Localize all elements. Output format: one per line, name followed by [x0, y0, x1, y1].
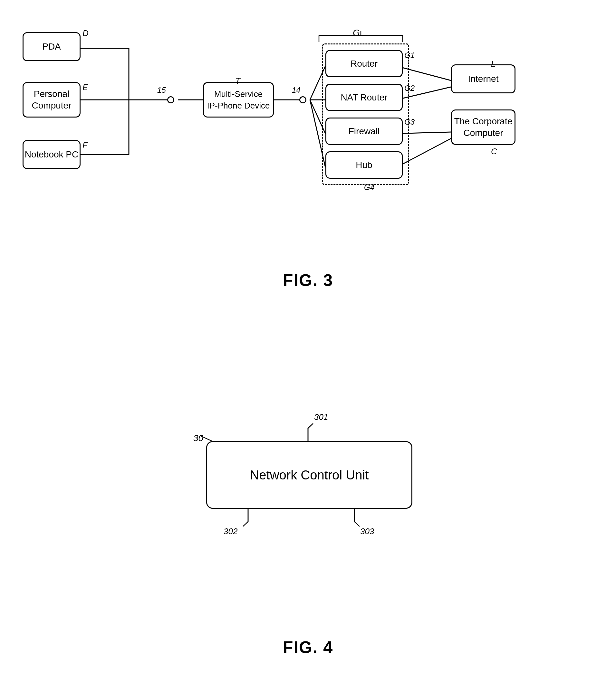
- fig3-svg: [10, 13, 606, 271]
- label-G1: G1: [404, 51, 415, 60]
- fig3-diagram: PDA D Personal Computer E Notebook PC F …: [10, 13, 606, 271]
- label-E: E: [83, 83, 88, 92]
- hub-label: Hub: [356, 160, 372, 170]
- svg-line-22: [308, 423, 313, 428]
- personal-computer-label: Personal Computer: [32, 88, 72, 112]
- firewall-label: Firewall: [348, 126, 380, 137]
- notebook-pc-box: Notebook PC: [23, 140, 81, 169]
- personal-computer-box: Personal Computer: [23, 82, 81, 117]
- pda-box: PDA: [23, 32, 81, 61]
- corporate-box: The Corporate Computer: [451, 110, 516, 145]
- corporate-label: The Corporate Computer: [454, 116, 513, 139]
- label-301: 301: [314, 412, 328, 422]
- multi-service-label: Multi-Service IP-Phone Device: [207, 88, 270, 112]
- ncu-box: Network Control Unit: [206, 441, 412, 509]
- fig4-diagram: 30 301 Network Control Unit 302 303: [0, 386, 616, 612]
- ref-14: 14: [292, 86, 300, 95]
- junction-15: [167, 96, 174, 103]
- fig3-caption: FIG. 3: [0, 271, 616, 290]
- router-label: Router: [350, 59, 378, 69]
- label-L: L: [491, 59, 495, 69]
- nat-router-label: NAT Router: [341, 92, 387, 103]
- label-G4: G4: [364, 183, 374, 192]
- label-C: C: [491, 147, 497, 157]
- label-303: 303: [360, 526, 374, 536]
- nat-router-box: NAT Router: [325, 84, 403, 111]
- svg-line-23: [243, 522, 248, 526]
- svg-line-24: [354, 522, 359, 526]
- hub-box: Hub: [325, 151, 403, 179]
- label-G3: G3: [404, 117, 415, 126]
- page: PDA D Personal Computer E Notebook PC F …: [0, 0, 616, 700]
- pda-label: PDA: [42, 41, 61, 52]
- internet-box: Internet: [451, 64, 516, 93]
- ncu-label: Network Control Unit: [250, 468, 369, 482]
- junction-14: [299, 96, 306, 103]
- notebook-pc-label: Notebook PC: [25, 149, 78, 160]
- label-D: D: [83, 28, 89, 38]
- internet-label: Internet: [468, 74, 499, 84]
- label-302: 302: [224, 526, 237, 536]
- ref-15: 15: [157, 86, 166, 95]
- label-F: F: [83, 140, 88, 150]
- multi-service-box: Multi-Service IP-Phone Device: [203, 82, 274, 117]
- router-box: Router: [325, 50, 403, 77]
- label-G2: G2: [404, 84, 415, 93]
- firewall-box: Firewall: [325, 117, 403, 145]
- label-G: G: [353, 28, 360, 38]
- fig4-caption: FIG. 4: [0, 638, 616, 657]
- label-T: T: [235, 76, 241, 86]
